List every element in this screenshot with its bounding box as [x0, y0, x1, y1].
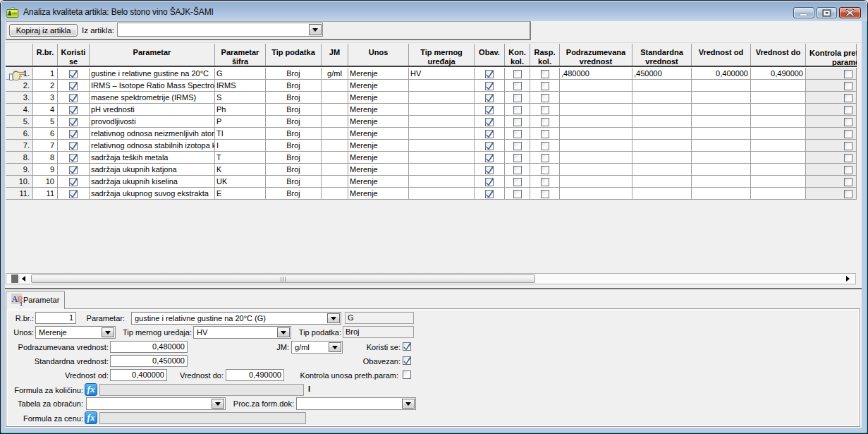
svg-text:1: 1	[20, 301, 23, 306]
